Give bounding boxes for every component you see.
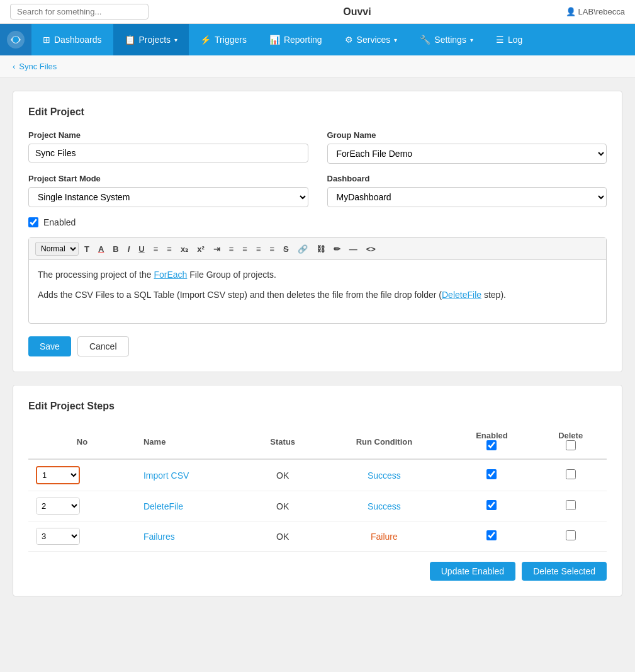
step-no-select-2[interactable]: 123	[37, 498, 79, 514]
cancel-button[interactable]: Cancel	[77, 336, 129, 356]
col-name: Name	[136, 424, 246, 459]
header-enabled-checkbox[interactable]	[486, 440, 497, 450]
logo-icon	[6, 30, 26, 50]
toolbar-align-justify-btn[interactable]: ≡	[267, 243, 278, 255]
toolbar-source-btn[interactable]: <>	[363, 243, 379, 255]
step-name-cell-2: DeleteFile	[136, 491, 246, 521]
step-delete-checkbox-2[interactable]	[566, 500, 576, 510]
dashboard-label: Dashboard	[327, 174, 607, 183]
steps-table-header: No Name Status Run Condition Enabled Del…	[28, 424, 607, 459]
update-enabled-button[interactable]: Update Enabled	[430, 562, 515, 581]
step-enabled-checkbox-1[interactable]	[486, 469, 497, 479]
toolbar-sup-btn[interactable]: x²	[194, 243, 208, 255]
step-delete-checkbox-3[interactable]	[566, 530, 576, 540]
toolbar-link-btn[interactable]: 🔗	[295, 243, 311, 255]
toolbar-bold-btn[interactable]: B	[110, 243, 121, 255]
steps-table-body: 123 Import CSV OK Success	[28, 459, 607, 552]
step-no-select-1[interactable]: 123	[37, 467, 79, 483]
edit-project-card: Edit Project Project Name Group Name For…	[13, 91, 622, 372]
projects-icon: 📋	[125, 35, 135, 45]
save-button[interactable]: Save	[28, 336, 71, 356]
toolbar-unlink-btn[interactable]: ⛓	[313, 243, 328, 255]
toolbar-underline-btn[interactable]: U	[135, 243, 147, 255]
nav-settings-label: Settings	[434, 35, 466, 45]
toolbar-ol-btn[interactable]: ≡	[150, 243, 162, 255]
start-mode-label: Project Start Mode	[28, 174, 308, 183]
nav-reporting[interactable]: 📊 Reporting	[258, 24, 334, 55]
step-delete-cell-1	[534, 459, 607, 491]
col-delete: Delete	[534, 424, 607, 459]
group-name-select[interactable]: ForEach File Demo	[327, 144, 607, 164]
format-select[interactable]: Normal	[35, 242, 79, 256]
app-title: Ouvvi	[343, 6, 371, 18]
nav-dashboards[interactable]: ⊞ Dashboards	[31, 24, 113, 55]
edit-steps-title: Edit Project Steps	[28, 401, 607, 412]
toolbar-align-left-btn[interactable]: ≡	[226, 243, 237, 255]
editor-toolbar: Normal T A B I U ≡ ≡ x₂ x² ⇥ ≡ ≡ ≡ ≡ S 🔗…	[29, 238, 606, 260]
foreach-link[interactable]: ForEach	[154, 270, 187, 280]
step-no-wrapper-3: 123	[36, 528, 80, 545]
step-status-cell-3: OK	[246, 521, 319, 552]
deletefile-link[interactable]: DeleteFile	[442, 290, 481, 300]
dashboard-select[interactable]: MyDashboard	[327, 187, 607, 207]
toolbar-ul-btn[interactable]: ≡	[164, 243, 175, 255]
edit-steps-card: Edit Project Steps No Name Status Run Co…	[13, 385, 622, 596]
toolbar-strikethrough-btn[interactable]: S	[280, 243, 292, 255]
col-status: Status	[246, 424, 319, 459]
search-area[interactable]	[10, 4, 149, 20]
step-run-condition-cell-2[interactable]: Success	[319, 491, 449, 521]
step-no-select-3[interactable]: 123	[37, 528, 79, 544]
start-mode-select[interactable]: Single Instance System	[28, 187, 308, 207]
nav-services[interactable]: ⚙ Services ▾	[334, 24, 409, 55]
step-run-condition-cell-3[interactable]: Failure	[319, 521, 449, 552]
nav-settings[interactable]: 🔧 Settings ▾	[408, 24, 485, 55]
description-line2: Adds the CSV Files to a SQL Table (Impor…	[38, 288, 597, 302]
toolbar-highlight-btn[interactable]: ✏	[330, 243, 344, 255]
enabled-checkbox[interactable]	[28, 217, 38, 227]
nav-triggers-label: Triggers	[215, 35, 247, 45]
step-delete-checkbox-1[interactable]	[566, 469, 576, 479]
step-enabled-checkbox-3[interactable]	[486, 530, 497, 540]
step-enabled-checkbox-2[interactable]	[486, 500, 497, 510]
app-logo	[0, 24, 31, 55]
nav-projects[interactable]: 📋 Projects ▾	[113, 24, 189, 55]
toolbar-font-btn[interactable]: T	[81, 243, 93, 255]
description-editor: Normal T A B I U ≡ ≡ x₂ x² ⇥ ≡ ≡ ≡ ≡ S 🔗…	[28, 237, 607, 324]
step-name-link-3[interactable]: Failures	[143, 532, 175, 542]
editor-content-area[interactable]: The processing project of the ForEach Fi…	[29, 260, 606, 323]
header-delete-checkbox[interactable]	[566, 440, 576, 450]
step-delete-cell-3	[534, 521, 607, 552]
chevron-down-icon-2: ▾	[394, 37, 397, 43]
services-icon: ⚙	[345, 35, 353, 45]
delete-selected-button[interactable]: Delete Selected	[522, 562, 607, 581]
step-name-link-1[interactable]: Import CSV	[143, 470, 189, 481]
col-no: No	[28, 424, 136, 459]
toolbar-color-btn[interactable]: A	[95, 243, 107, 255]
search-input[interactable]	[10, 4, 149, 20]
start-mode-group: Project Start Mode Single Instance Syste…	[28, 174, 308, 207]
toolbar-hr-btn[interactable]: —	[346, 243, 361, 255]
step-enabled-cell-1	[449, 459, 535, 491]
table-row: 123 DeleteFile OK Success	[28, 491, 607, 521]
toolbar-align-center-btn[interactable]: ≡	[239, 243, 250, 255]
step-enabled-cell-2	[449, 491, 535, 521]
toolbar-sub-btn[interactable]: x₂	[177, 243, 191, 255]
nav-log-label: Log	[508, 35, 522, 45]
nav-triggers[interactable]: ⚡ Triggers	[189, 24, 258, 55]
step-name-link-2[interactable]: DeleteFile	[143, 501, 183, 511]
breadcrumb-link[interactable]: Sync Files	[19, 62, 57, 71]
step-delete-cell-2	[534, 491, 607, 521]
project-name-input[interactable]	[28, 144, 308, 162]
step-run-condition-cell-1[interactable]: Success	[319, 459, 449, 491]
dashboard-group: Dashboard MyDashboard	[327, 174, 607, 207]
table-row: 123 Failures OK Failure	[28, 521, 607, 552]
project-name-label: Project Name	[28, 130, 308, 140]
toolbar-italic-btn[interactable]: I	[125, 243, 133, 255]
group-name-group: Group Name ForEach File Demo	[327, 130, 607, 164]
nav-log[interactable]: ☰ Log	[485, 24, 534, 55]
toolbar-indent-btn[interactable]: ⇥	[210, 243, 223, 255]
trigger-icon: ⚡	[200, 35, 211, 45]
step-name-cell-3: Failures	[136, 521, 246, 552]
chevron-down-icon: ▾	[174, 37, 177, 43]
toolbar-align-right-btn[interactable]: ≡	[253, 243, 264, 255]
